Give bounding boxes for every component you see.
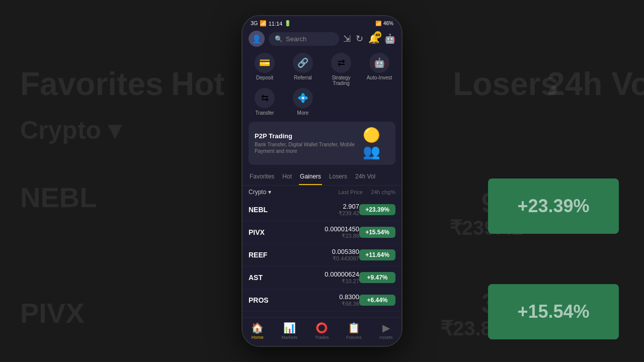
price-main-nebl: 2.907: [279, 203, 359, 210]
nav-trades[interactable]: ⭕ Trades: [315, 322, 329, 340]
quick-actions: 💳 Deposit 🔗 Referral ⇄ Strategy Trading …: [243, 51, 401, 120]
search-placeholder: Search: [286, 35, 306, 43]
change-badge-ast: +9.47%: [359, 272, 395, 283]
bg-badge-nebl: +23.39%: [488, 178, 619, 234]
wifi-icon: 📶: [375, 21, 381, 26]
top-icons: ⇲ ↻ 🔔 89 🤖: [343, 33, 395, 44]
coin-name-nebl: NEBL: [249, 206, 279, 214]
sub-filter: Crypto ▾ Last Price 24h chg%: [243, 186, 401, 199]
nav-home[interactable]: 🏠 Home: [251, 322, 264, 340]
price-info-reef: 0.005380 ₹0.443097: [279, 248, 359, 262]
status-right: 📶 46%: [375, 21, 393, 26]
bg-badge-pivx: +15.54%: [488, 284, 619, 339]
col-last-price: Last Price: [338, 189, 363, 195]
tab-losers[interactable]: Losers: [328, 169, 348, 185]
price-inr-pivx: ₹23.86: [279, 233, 359, 239]
refresh-icon[interactable]: ↻: [356, 33, 363, 44]
search-bar[interactable]: 🔍 Search: [269, 32, 339, 46]
nav-assets[interactable]: ▶ Assets: [379, 322, 393, 340]
tab-favorites[interactable]: Favorites: [249, 169, 275, 185]
crypto-select[interactable]: Crypto ▾: [249, 189, 271, 196]
action-referral[interactable]: 🔗 Referral: [285, 53, 321, 86]
coin-name-pros: PROS: [249, 296, 279, 304]
transfer-icon: ⇆: [255, 88, 275, 108]
market-list: NEBL 2.907 ₹239.42 +23.39% PIVX 0.000014…: [243, 199, 401, 317]
p2p-icons: 🟡👥: [363, 127, 389, 160]
bottom-nav: 🏠 Home 📊 Markets ⭕ Trades 📋 Futures ▶ As…: [243, 317, 401, 346]
tab-hot[interactable]: Hot: [281, 169, 293, 185]
notification-badge: 89: [374, 31, 381, 38]
price-info-ast: 0.00000624 ₹10.27: [279, 270, 359, 285]
expand-icon[interactable]: ⇲: [343, 33, 351, 44]
bg-losers: Losers: [453, 65, 558, 103]
action-strategy[interactable]: ⇄ Strategy Trading: [323, 53, 359, 86]
bg-hot: Hot: [171, 65, 225, 103]
battery-percent: 46%: [383, 21, 393, 26]
price-inr-ast: ₹10.27: [279, 278, 359, 285]
strategy-label: Strategy Trading: [323, 75, 359, 86]
bg-favorites: Favorites: [20, 65, 164, 103]
avatar-button[interactable]: 👤: [249, 31, 265, 47]
market-item-asr[interactable]: ASR 3.932 ₹323.86 +5.30%: [243, 312, 401, 317]
referral-label: Referral: [294, 75, 312, 80]
action-more[interactable]: 💠 More: [285, 88, 321, 116]
bg-vol: 24h Vol: [547, 65, 644, 103]
bg-nebl: NEBL: [20, 181, 97, 214]
notification-icon[interactable]: 🔔 89: [368, 33, 379, 44]
nav-futures-label: Futures: [346, 335, 362, 340]
more-icon: 💠: [293, 88, 313, 108]
markets-icon: 📊: [283, 322, 296, 334]
transfer-label: Transfer: [256, 110, 274, 116]
bg-crypto: Crypto ▾: [20, 116, 121, 145]
p2p-text: P2P Trading Bank Transfer, Digital Walle…: [255, 132, 363, 154]
status-left: 3G 📶 11:14 🔋: [251, 20, 291, 27]
nav-markets[interactable]: 📊 Markets: [281, 322, 297, 340]
action-transfer[interactable]: ⇆ Transfer: [247, 88, 283, 116]
autoinvest-icon: 🤖: [369, 53, 389, 73]
tab-24hvol[interactable]: 24h Vol: [354, 169, 376, 185]
market-item-ast[interactable]: AST 0.00000624 ₹10.27 +9.47%: [243, 266, 401, 289]
search-icon: 🔍: [275, 35, 283, 43]
market-item-pros[interactable]: PROS 0.8300 ₹68.36 +6.44%: [243, 289, 401, 312]
nav-assets-label: Assets: [379, 335, 393, 340]
tab-gainers[interactable]: Gainers: [299, 169, 322, 185]
profile-icon[interactable]: 🤖: [384, 33, 395, 44]
status-time: 11:14: [269, 21, 283, 27]
p2p-banner[interactable]: P2P Trading Bank Transfer, Digital Walle…: [249, 122, 395, 165]
battery-icon: 🔋: [284, 20, 291, 27]
autoinvest-label: Auto-Invest: [367, 75, 392, 80]
col-24h-chg: 24h chg%: [371, 189, 395, 195]
nav-trades-label: Trades: [315, 335, 329, 340]
futures-icon: 📋: [348, 322, 360, 334]
referral-icon: 🔗: [293, 53, 313, 73]
coin-name-ast: AST: [249, 274, 279, 282]
price-main-pros: 0.8300: [279, 293, 359, 301]
market-item-reef[interactable]: REEF 0.005380 ₹0.443097 +11.64%: [243, 244, 401, 266]
price-inr-pros: ₹68.36: [279, 301, 359, 307]
coin-name-reef: REEF: [249, 251, 279, 259]
price-main-ast: 0.00000624: [279, 270, 359, 278]
assets-icon: ▶: [382, 322, 390, 334]
market-item-nebl[interactable]: NEBL 2.907 ₹239.42 +23.39%: [243, 199, 401, 221]
deposit-label: Deposit: [256, 75, 273, 80]
price-main-pivx: 0.00001450: [279, 225, 359, 233]
change-badge-pivx: +15.54%: [359, 227, 395, 238]
price-info-nebl: 2.907 ₹239.42: [279, 203, 359, 217]
crypto-label: Crypto: [249, 189, 266, 196]
status-bar: 3G 📶 11:14 🔋 📶 46%: [243, 16, 401, 29]
nav-home-label: Home: [252, 335, 264, 340]
change-badge-pros: +6.44%: [359, 295, 395, 306]
market-item-pivx[interactable]: PIVX 0.00001450 ₹23.86 +15.54%: [243, 221, 401, 244]
price-inr-reef: ₹0.443097: [279, 255, 359, 262]
nav-markets-label: Markets: [281, 335, 297, 340]
coin-name-pivx: PIVX: [249, 228, 279, 236]
action-deposit[interactable]: 💳 Deposit: [247, 53, 283, 86]
price-info-pros: 0.8300 ₹68.36: [279, 293, 359, 307]
price-inr-nebl: ₹239.42: [279, 210, 359, 217]
action-autoinvest[interactable]: 🤖 Auto-Invest: [361, 53, 397, 86]
home-icon: 🏠: [251, 322, 264, 334]
p2p-description: Bank Transfer, Digital Wallet Transfer, …: [255, 141, 363, 154]
nav-futures[interactable]: 📋 Futures: [346, 322, 362, 340]
change-badge-reef: +11.64%: [359, 249, 395, 260]
p2p-title: P2P Trading: [255, 132, 363, 140]
